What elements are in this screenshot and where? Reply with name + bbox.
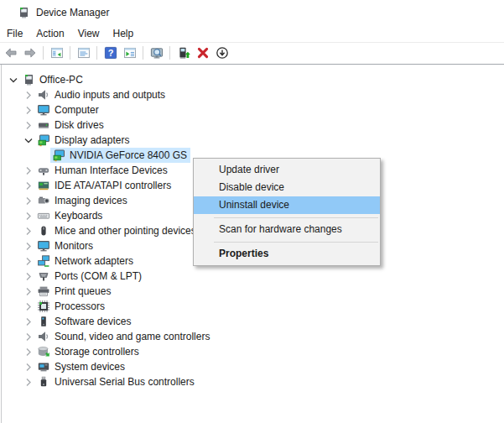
tree-item-computer[interactable]: Computer [0,102,504,118]
toolbar-separator [96,46,97,60]
tree-item-label: Print queues [55,284,111,299]
forward-button[interactable] [21,44,39,62]
chevron-collapsed-icon[interactable] [22,254,35,268]
menu-action[interactable]: Action [29,26,70,41]
tree-item-label: System devices [55,359,125,374]
properties-button[interactable] [75,44,92,62]
chevron-collapsed-icon[interactable] [22,103,35,117]
chevron-collapsed-icon[interactable] [22,345,35,358]
properties-window-icon [77,46,91,60]
chevron-collapsed-icon[interactable] [22,300,35,313]
tree-item-universal-serial-bus-controllers[interactable]: Universal Serial Bus controllers [0,374,504,389]
speaker-icon [37,88,50,102]
disable-device-button[interactable] [213,44,231,62]
chevron-collapsed-icon[interactable] [22,88,35,102]
red-x-icon [196,46,210,60]
network-adapter-icon [37,254,50,268]
tree-item-storage-controllers[interactable]: Storage controllers [0,344,504,359]
circle-down-arrow-icon [216,46,229,60]
update-driver-button[interactable] [174,44,192,62]
show-hide-console-tree-button[interactable] [48,44,65,62]
tree-item-ports-com-lpt[interactable]: Ports (COM & LPT) [0,269,504,284]
mouse-icon [37,224,50,238]
menu-item-disable-device[interactable]: Disable device [194,179,380,196]
chevron-collapsed-icon[interactable] [22,179,35,192]
toolbar: ? [0,42,504,63]
action-pane-icon [123,46,137,60]
menu-separator [214,217,378,218]
pc-green-arrow-icon [177,46,190,60]
printer-icon [37,285,50,298]
menu-item-properties[interactable]: Properties [194,245,380,263]
tree-item-label: Ports (COM & LPT) [55,269,142,284]
tree-item-print-queues[interactable]: Print queues [0,284,504,299]
chevron-collapsed-icon[interactable] [22,194,35,207]
toolbar-separator [143,46,143,60]
menu-separator [214,242,378,243]
chevron-collapsed-icon[interactable] [22,239,35,253]
software-device-icon [37,315,50,328]
tree-item-software-devices[interactable]: Software devices [0,314,504,329]
disk-drive-icon [37,118,50,132]
tree-item-label: Office-PC [39,72,83,87]
title-bar: Device Manager [0,0,504,25]
toolbar-separator [70,46,70,60]
menu-view[interactable]: View [71,26,107,41]
svg-text:?: ? [107,48,113,58]
hid-icon [37,164,50,177]
tree-item-label: Imaging devices [55,193,127,208]
chevron-collapsed-icon[interactable] [22,315,35,328]
menu-file[interactable]: File [0,26,29,41]
uninstall-device-button[interactable] [194,44,211,62]
show-hide-action-pane-button[interactable] [121,44,138,62]
ide-controller-icon [37,179,50,192]
chevron-collapsed-icon[interactable] [22,209,35,222]
tree-item-display-adapters[interactable]: Display adapters [0,133,504,148]
arrow-right-icon [23,46,37,60]
tree-item-label: Disk drives [55,118,104,133]
tree-item-label: Network adapters [55,253,133,269]
tree-item-system-devices[interactable]: System devices [0,359,504,374]
chevron-collapsed-icon[interactable] [22,224,35,238]
tree-item-processors[interactable]: Processors [0,299,504,314]
tree-item-label: Mice and other pointing devices [55,223,196,238]
menu-help[interactable]: Help [107,26,141,41]
tree-item-label: Computer [55,102,99,118]
back-button[interactable] [2,44,19,62]
menu-item-update-driver[interactable]: Update driver [194,161,380,179]
chevron-collapsed-icon[interactable] [22,269,35,283]
chevron-collapsed-icon[interactable] [22,164,35,177]
window-title: Device Manager [36,6,109,19]
display-adapter-icon [37,133,50,147]
camera-icon [37,194,50,207]
tree-item-office-pc[interactable]: Office-PC [0,72,504,87]
tree-item-label: Display adapters [55,133,129,148]
tree-item-label: Keyboards [55,208,102,223]
menu-bar: File Action View Help [0,25,504,42]
chevron-collapsed-icon[interactable] [22,285,35,298]
tree-item-disk-drives[interactable]: Disk drives [0,118,504,133]
menu-item-scan-for-hardware-changes[interactable]: Scan for hardware changes [194,221,380,238]
port-icon [37,269,50,283]
chevron-collapsed-icon[interactable] [22,360,35,373]
tree-item-label: Human Interface Devices [55,163,168,178]
menu-item-uninstall-device[interactable]: Uninstall device [194,196,380,214]
chevron-collapsed-icon[interactable] [22,118,35,132]
help-button[interactable]: ? [101,44,119,62]
monitor-icon [37,103,50,117]
tree-item-sound-video-and-game-controllers[interactable]: Sound, video and game controllers [0,329,504,344]
chevron-expanded-icon[interactable] [7,73,20,86]
speaker-icon [37,330,50,343]
chevron-collapsed-icon[interactable] [22,330,35,343]
pc-icon [22,73,35,86]
keyboard-icon [37,209,50,222]
tree-item-label: Processors [55,299,105,314]
device-manager-icon [17,6,30,19]
chevron-expanded-icon[interactable] [22,133,35,147]
usb-icon [37,375,50,389]
scan-for-hardware-changes-button[interactable] [148,44,165,62]
tree-item-label: Monitors [55,238,93,253]
chevron-collapsed-icon[interactable] [22,375,35,389]
tree-item-label: NVIDIA GeForce 8400 GS [70,148,187,163]
tree-item-audio-inputs-and-outputs[interactable]: Audio inputs and outputs [0,87,504,102]
